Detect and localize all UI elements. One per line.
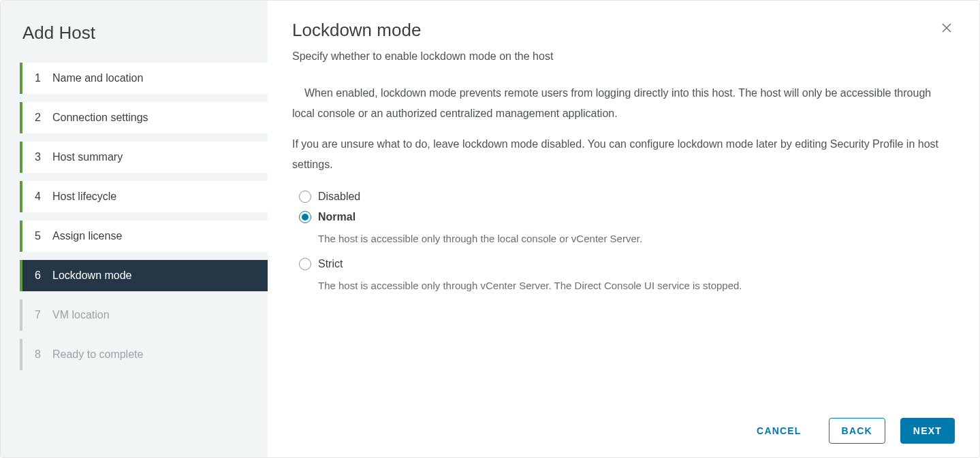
step-label: VM location — [52, 309, 110, 321]
step-number: 5 — [35, 230, 44, 242]
step-item: 8 Ready to complete — [22, 339, 268, 370]
back-button[interactable]: BACK — [829, 418, 885, 444]
step-item: 1 Name and location — [22, 63, 268, 94]
step-number: 8 — [35, 348, 44, 361]
page-subtitle: Specify whether to enable lockdown mode … — [292, 50, 955, 63]
cancel-button[interactable]: CANCEL — [744, 419, 814, 443]
description-paragraph-2: If you are unsure what to do, leave lock… — [292, 134, 955, 176]
wizard-steps: 1 Name and location 2 Connection setting… — [1, 63, 268, 370]
step-number: 7 — [35, 309, 44, 321]
step-item: 4 Host lifecycle — [22, 181, 268, 212]
step-item: 2 Connection settings — [22, 102, 268, 133]
step-ready-to-complete: 8 Ready to complete — [20, 339, 268, 370]
step-number: 3 — [35, 151, 44, 163]
radio-dot-icon — [302, 214, 309, 220]
step-label: Lockdown mode — [52, 269, 132, 282]
wizard-sidebar: Add Host 1 Name and location 2 Connectio… — [1, 1, 268, 457]
radio-label: Normal — [318, 211, 355, 223]
lockdown-mode-options: Disabled Normal The host is accessible o… — [292, 189, 955, 298]
step-number: 1 — [35, 72, 44, 84]
description-paragraph-1: When enabled, lockdown mode prevents rem… — [292, 83, 955, 125]
step-number: 4 — [35, 191, 44, 203]
step-item: 5 Assign license — [22, 220, 268, 252]
step-number: 2 — [35, 112, 44, 124]
step-vm-location: 7 VM location — [20, 299, 268, 331]
header-text: Lockdown mode — [292, 20, 421, 50]
step-connection-settings[interactable]: 2 Connection settings — [20, 102, 268, 133]
step-assign-license[interactable]: 5 Assign license — [20, 220, 268, 252]
step-name-and-location[interactable]: 1 Name and location — [20, 63, 268, 94]
step-host-summary[interactable]: 3 Host summary — [20, 142, 268, 173]
radio-icon — [299, 191, 311, 203]
wizard-main: Lockdown mode Specify whether to enable … — [268, 1, 979, 457]
step-host-lifecycle[interactable]: 4 Host lifecycle — [20, 181, 268, 212]
step-lockdown-mode[interactable]: 6 Lockdown mode — [20, 260, 268, 291]
step-label: Host lifecycle — [52, 191, 116, 203]
step-label: Connection settings — [52, 112, 148, 124]
step-item: 7 VM location — [22, 299, 268, 331]
radio-option-strict[interactable]: Strict — [299, 257, 955, 272]
close-button[interactable] — [938, 20, 955, 38]
radio-option-disabled[interactable]: Disabled — [299, 189, 955, 204]
step-label: Name and location — [52, 72, 143, 84]
radio-label: Strict — [318, 258, 343, 270]
radio-option-strict-description: The host is accessible only through vCen… — [299, 280, 955, 291]
close-icon — [941, 22, 952, 36]
add-host-wizard: Add Host 1 Name and location 2 Connectio… — [0, 0, 980, 458]
main-header: Lockdown mode — [292, 20, 955, 50]
step-label: Assign license — [52, 230, 122, 242]
step-item: 6 Lockdown mode — [22, 260, 268, 291]
radio-icon — [299, 258, 311, 270]
radio-option-normal-description: The host is accessible only through the … — [299, 233, 955, 244]
step-number: 6 — [35, 269, 44, 282]
step-item: 3 Host summary — [22, 142, 268, 173]
step-label: Host summary — [52, 151, 123, 163]
page-title: Lockdown mode — [292, 20, 421, 41]
radio-option-normal[interactable]: Normal — [299, 210, 955, 225]
step-label: Ready to complete — [52, 348, 143, 361]
wizard-title: Add Host — [1, 22, 268, 63]
radio-label: Disabled — [318, 191, 360, 203]
radio-icon — [299, 211, 311, 223]
next-button[interactable]: NEXT — [900, 418, 955, 444]
wizard-footer: CANCEL BACK NEXT — [292, 404, 955, 444]
